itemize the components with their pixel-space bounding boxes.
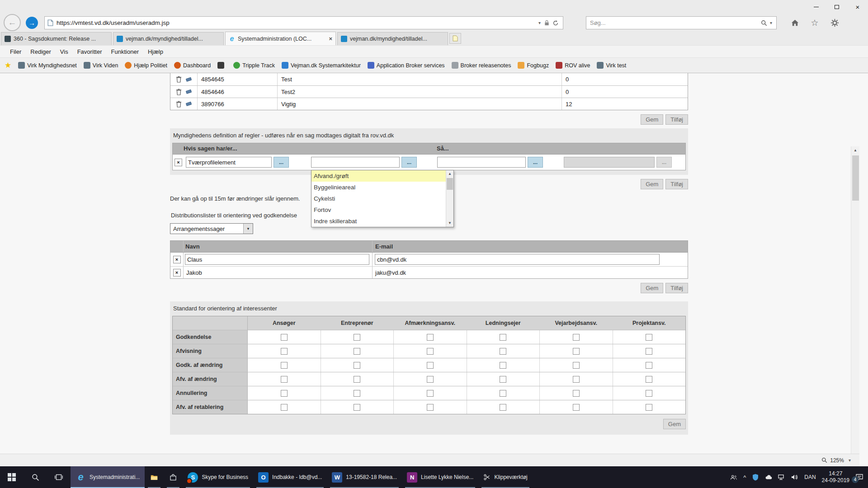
window-maximize-button[interactable] xyxy=(826,0,847,14)
notify-checkbox[interactable] xyxy=(573,376,580,383)
onedrive-cloud-icon[interactable] xyxy=(765,474,772,481)
zoom-control[interactable]: 125% ▾ xyxy=(821,457,853,464)
notify-checkbox[interactable] xyxy=(500,348,506,355)
notify-checkbox[interactable] xyxy=(427,390,434,397)
tab-systemadministration-active[interactable]: e Systemadministration (LOC... × xyxy=(225,32,336,45)
favorites-bar-star-icon[interactable]: ★ xyxy=(5,61,11,70)
tab-360-sagsdokument[interactable]: 360 - Sagsdokument: Release ... xyxy=(1,32,112,45)
menu-filer[interactable]: Filer xyxy=(5,48,26,55)
condition-value-picker-button[interactable]: ... xyxy=(401,157,417,168)
scroll-up-arrow[interactable]: ▲ xyxy=(446,170,453,178)
zoom-dropdown-arrow[interactable]: ▾ xyxy=(846,458,853,463)
favorite-item[interactable]: Broker releasenotes xyxy=(452,62,511,69)
delete-trash-icon[interactable] xyxy=(175,88,183,95)
save-button[interactable]: Gem xyxy=(641,114,663,125)
favorite-item[interactable]: Virk test xyxy=(597,62,626,69)
notify-checkbox[interactable] xyxy=(354,348,360,355)
favorite-item[interactable]: Fogbugz xyxy=(518,62,549,69)
notify-checkbox[interactable] xyxy=(500,376,506,383)
scroll-down-arrow[interactable]: ▼ xyxy=(446,220,453,227)
notify-checkbox[interactable] xyxy=(281,376,288,383)
home-icon[interactable] xyxy=(788,17,802,29)
notify-checkbox[interactable] xyxy=(646,376,652,383)
taskbar-app-skype[interactable]: S Skype for Business xyxy=(183,466,253,488)
eraser-icon[interactable] xyxy=(185,76,193,83)
tray-expand-chevron[interactable]: ^ xyxy=(743,474,746,481)
dropdown-scrollbar[interactable]: ▲ ▼ xyxy=(446,170,453,227)
notify-checkbox[interactable] xyxy=(281,390,288,397)
distribution-list-select[interactable]: Arrangementssager ▼ xyxy=(170,223,253,234)
tab-vejman-2[interactable]: vejman.dk/myndighed/tilladel... xyxy=(337,32,448,45)
search-box[interactable]: Søg... ▾ xyxy=(586,16,777,29)
favorite-item[interactable]: Dashboard xyxy=(174,62,211,69)
taskbar-app-internet-explorer[interactable]: e Systemadministrati... xyxy=(71,466,145,488)
window-minimize-button[interactable] xyxy=(806,0,826,14)
dropdown-option[interactable]: Cykelsti xyxy=(311,193,446,204)
notify-checkbox[interactable] xyxy=(573,334,580,341)
notify-checkbox[interactable] xyxy=(646,348,652,355)
window-close-button[interactable]: × xyxy=(847,0,868,14)
notify-checkbox[interactable] xyxy=(500,334,506,341)
notify-checkbox[interactable] xyxy=(573,390,580,397)
scrollbar-thumb[interactable] xyxy=(852,155,859,201)
action-center-icon[interactable]: 4 xyxy=(855,474,863,481)
search-icon[interactable] xyxy=(760,19,768,27)
favorite-item[interactable]: Virk Viden xyxy=(84,62,118,69)
volume-icon[interactable] xyxy=(791,474,798,481)
notify-checkbox[interactable] xyxy=(500,362,506,369)
new-tab-button[interactable] xyxy=(449,33,461,44)
notify-checkbox[interactable] xyxy=(281,348,288,355)
forward-button[interactable]: → xyxy=(26,17,38,29)
favorite-item[interactable]: ROV alive xyxy=(556,62,590,69)
save-button[interactable]: Gem xyxy=(663,419,686,429)
favorites-star-icon[interactable]: ☆ xyxy=(807,17,822,29)
search-dropdown-arrow[interactable]: ▾ xyxy=(768,20,774,25)
notify-checkbox[interactable] xyxy=(427,334,434,341)
condition-type-input[interactable] xyxy=(186,157,272,168)
taskbar-app-store[interactable] xyxy=(164,466,183,488)
notify-checkbox[interactable] xyxy=(427,362,434,369)
delete-trash-icon[interactable] xyxy=(175,76,183,83)
add-button[interactable]: Tilføj xyxy=(665,283,688,293)
back-button[interactable]: ← xyxy=(4,14,21,31)
people-icon[interactable] xyxy=(730,474,737,481)
notify-checkbox[interactable] xyxy=(646,362,652,369)
delete-rule-button[interactable]: × xyxy=(175,159,182,166)
refresh-icon[interactable] xyxy=(552,19,559,27)
select-dropdown-arrow[interactable]: ▼ xyxy=(243,224,253,234)
task-view-icon[interactable] xyxy=(47,466,71,488)
tab-vejman-1[interactable]: vejman.dk/myndighed/tilladel... xyxy=(113,32,224,45)
notify-checkbox[interactable] xyxy=(281,362,288,369)
language-indicator[interactable]: DAN xyxy=(804,474,816,480)
notify-checkbox[interactable] xyxy=(500,404,506,411)
delete-recipient-button[interactable]: × xyxy=(173,256,181,263)
notify-checkbox[interactable] xyxy=(427,404,434,411)
recipient-email-input[interactable] xyxy=(375,254,660,265)
dropdown-option[interactable]: Byggelinieareal xyxy=(311,182,446,193)
then-field-picker-button[interactable]: ... xyxy=(528,157,543,168)
taskbar-app-word[interactable]: W 13-19582-18 Relea... xyxy=(327,466,402,488)
taskbar-app-outlook[interactable]: O Indbakke - ldb@vd... xyxy=(253,466,327,488)
notify-checkbox[interactable] xyxy=(427,348,434,355)
notify-checkbox[interactable] xyxy=(281,334,288,341)
favorite-item[interactable]: Tripple Track xyxy=(233,62,275,69)
vertical-scrollbar[interactable]: ▲ ▼ xyxy=(851,146,859,454)
favorite-item[interactable]: Hjælp Politiet xyxy=(125,62,167,69)
dropdown-option[interactable]: Indre skillerabat xyxy=(311,216,446,227)
notify-checkbox[interactable] xyxy=(354,334,360,341)
tab-close-icon[interactable]: × xyxy=(329,35,332,42)
favorite-item[interactable]: Virk Myndighedsnet xyxy=(18,62,77,69)
favorite-item[interactable]: Vejman.dk Systemarkitektur xyxy=(282,62,361,69)
notify-checkbox[interactable] xyxy=(573,362,580,369)
notify-checkbox[interactable] xyxy=(646,404,652,411)
save-button[interactable]: Gem xyxy=(641,283,663,293)
notify-checkbox[interactable] xyxy=(354,390,360,397)
add-button[interactable]: Tilføj xyxy=(665,179,688,189)
defender-shield-icon[interactable] xyxy=(752,474,759,481)
notify-checkbox[interactable] xyxy=(573,404,580,411)
taskbar-app-onenote[interactable]: N Lisette Lykke Nielse... xyxy=(402,466,478,488)
eraser-icon[interactable] xyxy=(185,88,193,95)
eraser-icon[interactable] xyxy=(185,100,193,108)
favorite-item[interactable]: Application Broker services xyxy=(368,62,445,69)
scroll-up-arrow[interactable]: ▲ xyxy=(851,146,859,155)
